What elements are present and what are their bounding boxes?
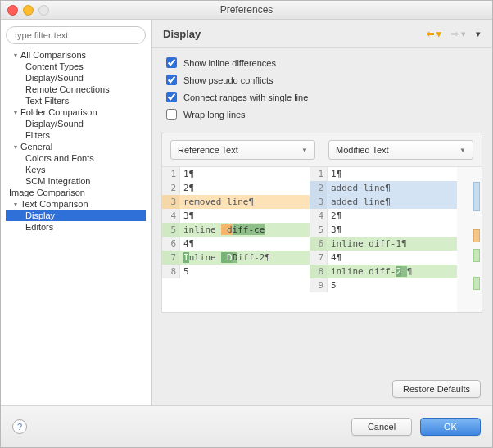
line-number: 6 <box>162 237 180 251</box>
line-text: 5 <box>180 265 310 278</box>
sidebar: All ComparisonsContent TypesDisplay/Soun… <box>1 20 152 407</box>
options-group: Show inline differencesShow pseudo confl… <box>152 48 492 128</box>
page-title: Display <box>163 28 201 40</box>
line-number: 8 <box>162 265 180 278</box>
filter-input[interactable] <box>6 26 146 44</box>
line-text: inline diff-ce <box>180 223 310 237</box>
tree-item[interactable]: Display/Sound <box>6 72 146 84</box>
nav-forward-icon: ⇨ ▾ <box>451 29 466 39</box>
line-text: 3¶ <box>180 209 310 223</box>
line-number: 2 <box>162 181 180 195</box>
diff-line: 64¶ <box>162 237 310 251</box>
line-text: added line¶ <box>328 181 457 195</box>
chevron-down-icon: ▼ <box>459 147 466 154</box>
line-text: added line¶ <box>328 195 457 209</box>
line-text: 1¶ <box>328 167 457 181</box>
right-source-label: Modified Text <box>336 145 389 155</box>
line-text: 2¶ <box>180 181 310 195</box>
line-number: 5 <box>310 223 328 237</box>
overview-stripe[interactable] <box>473 182 480 211</box>
overview-stripe[interactable] <box>473 249 480 262</box>
left-source-dropdown[interactable]: Reference Text ▼ <box>170 140 315 160</box>
option-checkbox[interactable] <box>166 109 177 120</box>
overview-stripe[interactable] <box>473 229 480 242</box>
option-checkbox[interactable] <box>166 57 177 68</box>
option-row[interactable]: Show pseudo conflicts <box>166 75 477 85</box>
page-header: Display ⇦ ▾ ⇨ ▾ ▾ <box>152 20 492 48</box>
reference-column: 11¶22¶3removed line¶43¶5inline diff-ce64… <box>162 167 310 313</box>
tree-item[interactable]: Display/Sound <box>6 118 146 129</box>
dialog-footer: ? Cancel OK <box>1 405 492 447</box>
line-number: 1 <box>162 167 180 181</box>
help-icon[interactable]: ? <box>12 419 27 434</box>
diff-line: 95 <box>310 278 457 292</box>
tree-item[interactable]: Display <box>6 210 146 221</box>
tree-item[interactable]: Content Types <box>6 61 146 72</box>
diff-line: 8inline diff-2 ¶ <box>310 265 457 278</box>
tree-item[interactable]: Filters <box>6 129 146 141</box>
view-menu-icon[interactable]: ▾ <box>476 29 481 39</box>
option-checkbox[interactable] <box>166 92 177 102</box>
diff-line: 3added line¶ <box>310 195 457 209</box>
tree-item[interactable]: Folder Comparison <box>6 106 146 118</box>
option-label: Connect ranges with single line <box>183 93 308 102</box>
diff-line: 74¶ <box>310 251 457 265</box>
diff-line: 53¶ <box>310 223 457 237</box>
main-panel: Display ⇦ ▾ ⇨ ▾ ▾ Show inline difference… <box>152 20 492 407</box>
tree-item[interactable]: Text Filters <box>6 95 146 106</box>
option-label: Show pseudo conflicts <box>183 75 273 85</box>
option-row[interactable]: Wrap long lines <box>166 109 477 120</box>
right-source-dropdown[interactable]: Modified Text ▼ <box>328 140 473 160</box>
line-number: 3 <box>162 195 180 209</box>
line-number: 4 <box>310 209 328 223</box>
tree-item[interactable]: Remote Connections <box>6 84 146 95</box>
line-number: 4 <box>162 209 180 223</box>
line-number: 3 <box>310 195 328 209</box>
diff-columns: 11¶22¶3removed line¶43¶5inline diff-ce64… <box>162 167 482 313</box>
restore-defaults-button[interactable]: Restore Defaults <box>392 380 481 398</box>
option-label: Show inline differences <box>183 58 276 68</box>
left-source-label: Reference Text <box>178 145 238 155</box>
option-row[interactable]: Connect ranges with single line <box>166 92 477 102</box>
tree-item[interactable]: General <box>6 141 146 152</box>
line-number: 1 <box>310 167 328 181</box>
nav-back-icon[interactable]: ⇦ ▾ <box>427 29 441 39</box>
line-text: 3¶ <box>328 223 457 237</box>
line-number: 8 <box>310 265 328 278</box>
tree-item[interactable]: All Comparisons <box>6 49 146 61</box>
tree-item[interactable]: Keys <box>6 164 146 175</box>
tree-item[interactable]: Editors <box>6 221 146 233</box>
tree-item[interactable]: Text Comparison <box>6 198 146 210</box>
line-number: 6 <box>310 237 328 251</box>
diff-line: 42¶ <box>310 209 457 223</box>
tree-item[interactable]: SCM Integration <box>6 175 146 187</box>
diff-line: 43¶ <box>162 209 310 223</box>
diff-line: 85 <box>162 265 310 278</box>
diff-line: 22¶ <box>162 181 310 195</box>
line-number: 7 <box>162 251 180 265</box>
line-text: inline diff-1¶ <box>328 237 457 251</box>
ok-button[interactable]: OK <box>420 418 481 436</box>
tree-item[interactable]: Image Comparison <box>6 187 146 198</box>
chevron-down-icon: ▼ <box>301 147 308 154</box>
line-text: Inline DDiff-2¶ <box>180 251 310 265</box>
diff-line: 5inline diff-ce <box>162 223 310 237</box>
line-text: 2¶ <box>328 209 457 223</box>
option-row[interactable]: Show inline differences <box>166 57 477 68</box>
diff-line: 11¶ <box>310 167 457 181</box>
preferences-window: Preferences All ComparisonsContent Types… <box>0 0 493 448</box>
cancel-button[interactable]: Cancel <box>351 418 412 436</box>
line-text: 5 <box>328 278 457 292</box>
titlebar: Preferences <box>1 1 492 20</box>
diff-line: 3removed line¶ <box>162 195 310 209</box>
line-text: 1¶ <box>180 167 310 181</box>
line-text: 4¶ <box>328 251 457 265</box>
diff-line: 2added line¶ <box>310 181 457 195</box>
overview-stripe[interactable] <box>473 277 480 290</box>
line-text: removed line¶ <box>180 195 310 209</box>
line-number: 7 <box>310 251 328 265</box>
line-number: 9 <box>310 278 328 292</box>
option-checkbox[interactable] <box>166 75 177 85</box>
tree-item[interactable]: Colors and Fonts <box>6 152 146 164</box>
line-text: 4¶ <box>180 237 310 251</box>
